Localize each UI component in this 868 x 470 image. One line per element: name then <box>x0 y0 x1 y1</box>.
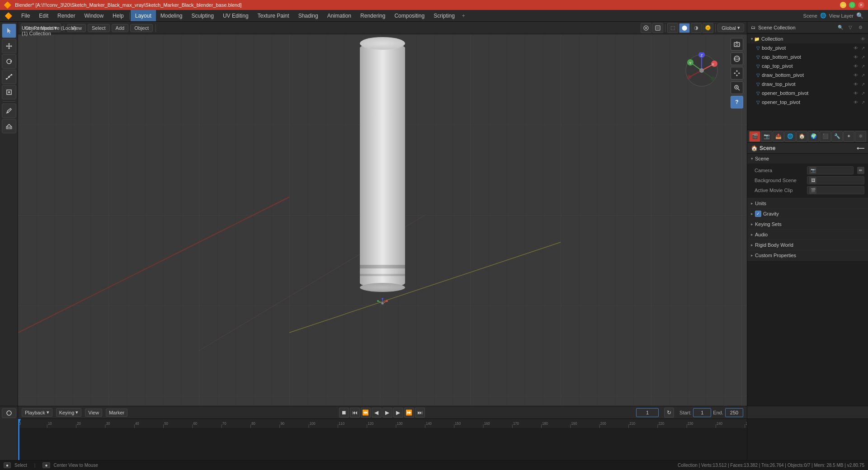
units-section-header[interactable]: ▸ Units <box>747 198 868 208</box>
play-btn[interactable]: ▶ <box>382 408 392 418</box>
rotate-tool-btn[interactable] <box>2 54 16 69</box>
close-button[interactable]: ✕ <box>858 2 864 8</box>
cursor-tool-btn[interactable] <box>2 24 16 38</box>
navigation-gizmo[interactable]: X Y Z <box>684 52 720 89</box>
view-menu-timeline[interactable]: View <box>85 409 102 417</box>
object-tab[interactable]: ⬛ <box>820 131 831 142</box>
maximize-button[interactable]: □ <box>849 2 855 8</box>
gravity-checkbox[interactable]: ✓ <box>755 211 761 217</box>
output-props-tab[interactable]: 📤 <box>773 131 784 142</box>
restrict-eye-2[interactable]: 👁 <box>853 55 859 60</box>
menu-blender[interactable]: 🔶 <box>0 10 17 21</box>
modifier-tab[interactable]: 🔧 <box>831 131 843 142</box>
next-keyframe-btn[interactable]: ⏩ <box>404 408 414 418</box>
camera-picker-icon[interactable]: 📷 <box>809 167 816 174</box>
physics-tab[interactable]: ⚛ <box>855 131 866 142</box>
move-tool-btn[interactable] <box>2 39 16 53</box>
scene-tab[interactable]: 🏠 <box>796 131 807 142</box>
workspace-compositing[interactable]: Compositing <box>390 10 429 21</box>
measure-tool-btn[interactable] <box>2 119 16 133</box>
timeline-tool-1[interactable] <box>2 408 16 418</box>
step-back-btn[interactable]: ◀ <box>372 408 382 418</box>
material-shading-btn[interactable]: ◑ <box>691 23 702 33</box>
movie-clip-value[interactable]: 🎬 <box>807 186 864 194</box>
object-menu[interactable]: Object <box>130 24 153 32</box>
bg-scene-icon[interactable]: 🖼 <box>809 177 816 184</box>
camera-value[interactable]: 📷 <box>807 166 854 174</box>
viewport-overlay-icon[interactable] <box>641 23 651 33</box>
current-frame-display[interactable]: 1 <box>636 408 659 417</box>
prop-header-expand[interactable]: ⟵ <box>857 145 864 151</box>
outliner-settings-btn[interactable]: ⚙ <box>856 24 864 32</box>
outliner-item-opener-bottom[interactable]: ▽ opener_bottom_pivot 👁 ↗ <box>747 89 868 98</box>
restrict-select-1[interactable]: ↗ <box>860 46 866 51</box>
keying-menu[interactable]: Keying ▾ <box>56 408 82 417</box>
stop-btn[interactable]: ⏹ <box>339 408 349 418</box>
solid-shading-btn[interactable]: ⬤ <box>679 23 690 33</box>
search-icon[interactable]: 🔍 <box>856 12 863 19</box>
render-props-tab[interactable]: 📷 <box>761 131 772 142</box>
restrict-select-3[interactable]: ↗ <box>860 64 866 69</box>
restrict-eye-7[interactable]: 👁 <box>853 100 859 105</box>
custom-props-section-header[interactable]: ▸ Custom Properties <box>747 250 868 260</box>
jump-end-btn[interactable]: ⏭ <box>415 408 425 418</box>
outliner-item-draw-bottom[interactable]: ▽ draw_bottom_pivot 👁 ↗ <box>747 70 868 80</box>
restrict-eye-5[interactable]: 👁 <box>853 82 859 87</box>
scene-section-header[interactable]: ▾ Scene <box>747 154 868 164</box>
prev-keyframe-btn[interactable]: ⏪ <box>361 408 371 418</box>
particles-tab[interactable]: ✦ <box>843 131 854 142</box>
transform-space-dropdown[interactable]: Global ▾ <box>717 24 744 32</box>
world-tab[interactable]: 🌍 <box>808 131 819 142</box>
scene-props-tab[interactable]: 🎬 <box>749 131 760 142</box>
eye-icon[interactable]: 👁 <box>860 37 866 42</box>
menu-window[interactable]: Window <box>80 10 108 21</box>
transform-tool-btn[interactable] <box>2 85 16 99</box>
outliner-item-cap-top[interactable]: ▽ cap_top_pivot 👁 ↗ <box>747 61 868 70</box>
rigid-body-section-header[interactable]: ▸ Rigid Body World <box>747 240 868 250</box>
restrict-select-7[interactable]: ↗ <box>860 100 866 105</box>
audio-section-header[interactable]: ▸ Audio <box>747 230 868 240</box>
question-btn[interactable]: ? <box>731 96 743 108</box>
restrict-select-2[interactable]: ↗ <box>860 55 866 60</box>
timeline-body[interactable]: 0 10 20 30 40 50 60 70 80 <box>18 419 747 460</box>
camera-edit-icon[interactable]: ✏ <box>857 167 864 174</box>
zoom-btn[interactable] <box>731 81 743 94</box>
outliner-scene-collection[interactable]: ▾ 📁 Collection 👁 <box>747 34 868 43</box>
scale-tool-btn[interactable] <box>2 70 16 84</box>
workspace-uv-editing[interactable]: UV Editing <box>218 10 253 21</box>
add-menu[interactable]: Add <box>112 24 129 32</box>
outliner-item-cap-bottom[interactable]: ▽ cap_bottom_pivot 👁 ↗ <box>747 52 868 61</box>
outliner-item-opener-top[interactable]: ▽ opener_top_pivot 👁 ↗ <box>747 98 868 107</box>
marker-menu[interactable]: Marker <box>106 409 127 417</box>
camera-perspective-btn[interactable] <box>731 38 743 51</box>
menu-render[interactable]: Render <box>53 10 80 21</box>
gravity-section-header[interactable]: ▸ ✓ Gravity <box>747 209 868 219</box>
workspace-texture-paint[interactable]: Texture Paint <box>253 10 294 21</box>
menu-help[interactable]: Help <box>108 10 128 21</box>
restrict-select-5[interactable]: ↗ <box>860 82 866 87</box>
xray-icon[interactable] <box>652 23 663 33</box>
end-frame-input[interactable]: 250 <box>725 408 743 417</box>
workspace-rendering[interactable]: Rendering <box>356 10 390 21</box>
rendered-shading-btn[interactable]: 🌞 <box>703 23 713 33</box>
movie-icon[interactable]: 🎬 <box>809 187 816 194</box>
menu-file[interactable]: File <box>17 10 34 21</box>
select-menu[interactable]: Select <box>88 24 110 32</box>
workspace-animation[interactable]: Animation <box>323 10 356 21</box>
workspace-scripting[interactable]: Scripting <box>429 10 459 21</box>
restrict-eye-6[interactable]: 👁 <box>853 91 859 96</box>
start-frame-input[interactable]: 1 <box>693 408 711 417</box>
bg-scene-value[interactable]: 🖼 <box>807 176 864 184</box>
filter-icon[interactable]: 🔍 <box>836 24 844 32</box>
keying-section-header[interactable]: ▸ Keying Sets <box>747 219 868 229</box>
pan-btn[interactable] <box>731 67 743 80</box>
workspace-shading[interactable]: Shading <box>294 10 323 21</box>
minimize-button[interactable]: ─ <box>840 2 846 8</box>
outliner-item-draw-top[interactable]: ▽ draw_top_pivot 👁 ↗ <box>747 80 868 89</box>
workspace-sculpting[interactable]: Sculpting <box>187 10 218 21</box>
add-workspace-button[interactable]: + <box>459 13 468 19</box>
menu-edit[interactable]: Edit <box>34 10 53 21</box>
restrict-select-6[interactable]: ↗ <box>860 91 866 96</box>
workspace-modeling[interactable]: Modeling <box>156 10 187 21</box>
outliner-item-body-pivot[interactable]: ▽ body_pivot 👁 ↗ <box>747 43 868 52</box>
